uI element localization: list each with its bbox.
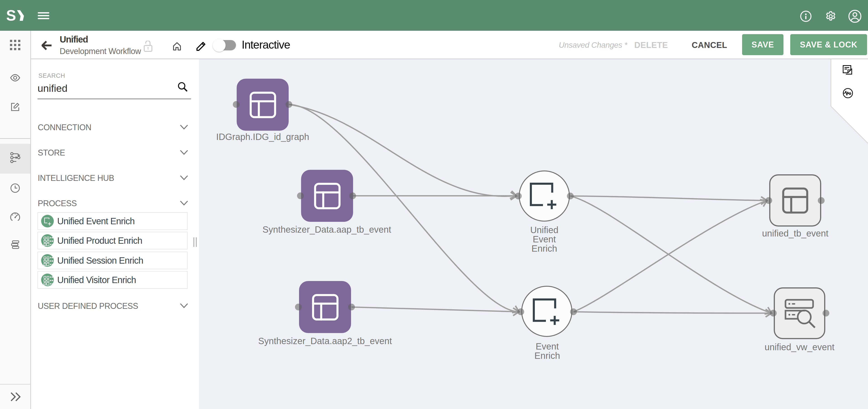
svg-text:S: S (7, 9, 16, 22)
